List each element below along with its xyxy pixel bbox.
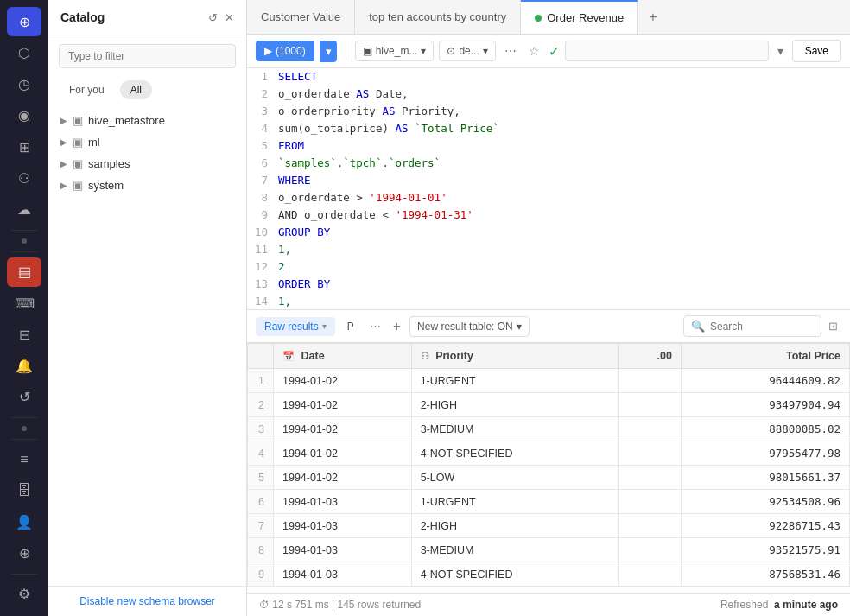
close-icon[interactable]: ✕: [225, 11, 234, 24]
bell-icon[interactable]: 🔔: [7, 351, 41, 380]
tab-status-dot: [535, 15, 542, 22]
col-header-date[interactable]: 📅 Date: [274, 344, 412, 369]
results-tab-p[interactable]: P: [339, 317, 363, 336]
code-line: 10GROUP BY: [247, 224, 850, 241]
tree-item-system[interactable]: ▶ ▣ system: [48, 175, 246, 196]
cloud-icon[interactable]: ☁: [7, 195, 41, 225]
catalog-tree: ▶ ▣ hive_metastore ▶ ▣ ml ▶ ▣ samples ▶ …: [48, 106, 246, 586]
code-line: 1SELECT: [247, 68, 850, 86]
tab-order-revenue[interactable]: Order Revenue: [521, 0, 638, 34]
run-button[interactable]: ▶ (1000): [256, 41, 314, 61]
db-icon[interactable]: 🗄: [7, 476, 41, 505]
table-row[interactable]: 7 1994-01-03 2-HIGH 92286715.43: [248, 514, 850, 538]
results-tab-raw[interactable]: Raw results ▾: [256, 317, 335, 336]
tree-item-ml[interactable]: ▶ ▣ ml: [48, 131, 246, 153]
shield-icon[interactable]: ⊕: [7, 538, 41, 568]
catalog-footer-link[interactable]: Disable new schema browser: [48, 586, 246, 616]
cell-total-price: 93521575.91: [681, 538, 849, 562]
code-line: 13ORDER BY: [247, 276, 850, 293]
row-number: 3: [248, 417, 274, 441]
data-table-container[interactable]: 📅 Date ⚇ Priority .00 Total Price: [247, 343, 850, 593]
tree-item-label: system: [88, 179, 124, 192]
tab-customer-value[interactable]: Customer Value: [247, 0, 355, 34]
code-line: 3 o_orderpriority AS Priority,: [247, 103, 850, 120]
cell-priority: 3-MEDIUM: [411, 538, 618, 562]
total-price-col-label: Total Price: [786, 350, 840, 362]
cell-total-price: 96444609.82: [681, 369, 849, 393]
dot-2: [22, 426, 27, 431]
editor-icon[interactable]: ▤: [7, 257, 41, 287]
table-row[interactable]: 2 1994-01-02 2-HIGH 93497904.94: [248, 393, 850, 417]
separator-1: [11, 230, 37, 231]
cell-price-decimal: [618, 417, 681, 441]
chevron-down-icon[interactable]: ▾: [774, 41, 787, 61]
settings-icon[interactable]: ⚙: [7, 580, 41, 609]
hive-metastore-btn[interactable]: ▣ hive_m... ▾: [355, 41, 435, 61]
date-col-label: Date: [301, 350, 324, 362]
row-number: 1: [248, 369, 274, 393]
more-options-icon[interactable]: ⋯: [501, 41, 520, 61]
code-line: 7WHERE: [247, 172, 850, 189]
sidebar-toggle-icon[interactable]: ⊡: [825, 316, 841, 336]
table-row[interactable]: 3 1994-01-02 3-MEDIUM 88800085.02: [248, 417, 850, 441]
catalog-tab-all[interactable]: All: [120, 80, 152, 99]
table-row[interactable]: 9 1994-01-03 4-NOT SPECIFIED 87568531.46: [248, 562, 850, 587]
cell-price-decimal: [618, 562, 681, 587]
results-panel: Raw results ▾ P ⋯ + New result table: ON…: [247, 310, 850, 616]
more-tabs-icon[interactable]: ⋯: [366, 320, 384, 333]
query-description-input[interactable]: [565, 41, 769, 61]
results-table: 📅 Date ⚇ Priority .00 Total Price: [247, 343, 850, 587]
cell-total-price: 92286715.43: [681, 514, 849, 538]
catalog-tab-foryou[interactable]: For you: [59, 80, 115, 99]
db-icon: ▣: [73, 114, 83, 127]
code-line: 8 o_orderdate > '1994-01-01': [247, 189, 850, 206]
bookmark-icon[interactable]: ☆: [525, 41, 543, 61]
col-header-total-price[interactable]: Total Price: [681, 344, 849, 369]
hive-label: hive_m...: [376, 45, 418, 57]
col-header-priority[interactable]: ⚇ Priority: [411, 344, 618, 369]
code-line: 9 AND o_orderdate < '1994-01-31': [247, 206, 850, 224]
user-icon[interactable]: 👤: [7, 507, 41, 537]
refresh-label: Refreshed: [720, 599, 768, 611]
revert-icon[interactable]: ↺: [7, 383, 41, 412]
cell-total-price: 98015661.37: [681, 466, 849, 490]
table-row[interactable]: 4 1994-01-02 4-NOT SPECIFIED 97955477.98: [248, 441, 850, 466]
list-icon[interactable]: ≡: [7, 445, 41, 474]
table-row[interactable]: 8 1994-01-03 3-MEDIUM 93521575.91: [248, 538, 850, 562]
decimal-col-label: .00: [657, 350, 672, 362]
schema-btn[interactable]: ⊙ de... ▾: [439, 41, 495, 61]
people-icon[interactable]: ⚇: [7, 163, 41, 193]
graph-icon[interactable]: ⬡: [7, 38, 41, 67]
new-result-table-btn[interactable]: New result table: ON ▾: [409, 316, 530, 337]
clock-icon[interactable]: ◉: [7, 101, 41, 130]
tree-item-samples[interactable]: ▶ ▣ samples: [48, 153, 246, 175]
layers-icon[interactable]: ⊞: [7, 132, 41, 162]
code-line: 5FROM: [247, 137, 850, 155]
raw-results-label: Raw results: [264, 321, 319, 333]
code-editor[interactable]: 1SELECT2 o_orderdate AS Date,3 o_orderpr…: [247, 68, 850, 310]
code-line: 11 1,: [247, 241, 850, 258]
grid-icon[interactable]: ⊟: [7, 320, 41, 349]
tab-add-button[interactable]: +: [638, 0, 667, 34]
tab-top-ten[interactable]: top ten accounts by country: [355, 0, 521, 34]
save-button[interactable]: Save: [792, 40, 841, 62]
catalog-search-input[interactable]: [59, 44, 236, 68]
col-header-decimal[interactable]: .00: [618, 344, 681, 369]
tree-item-label: hive_metastore: [88, 114, 165, 127]
table-row[interactable]: 1 1994-01-02 1-URGENT 96444609.82: [248, 369, 850, 393]
status-bar-right: Refreshed a minute ago: [720, 599, 838, 611]
table-row[interactable]: 6 1994-01-03 1-URGENT 92534508.96: [248, 490, 850, 514]
row-number: 9: [248, 562, 274, 587]
history-icon[interactable]: ◷: [7, 70, 41, 99]
home-icon[interactable]: ⊕: [7, 7, 41, 36]
run-dropdown-button[interactable]: ▾: [320, 41, 337, 62]
new-result-label: New result table: ON: [417, 321, 513, 333]
table-row[interactable]: 5 1994-01-02 5-LOW 98015661.37: [248, 466, 850, 490]
add-result-tab-icon[interactable]: +: [388, 319, 406, 334]
results-search-input[interactable]: [710, 321, 814, 333]
refresh-icon[interactable]: ↺: [208, 11, 218, 24]
code-icon[interactable]: ⌨: [7, 289, 41, 318]
db-icon: ▣: [73, 179, 83, 192]
tree-item-hive[interactable]: ▶ ▣ hive_metastore: [48, 110, 246, 131]
chevron-icon: ▶: [60, 116, 67, 125]
